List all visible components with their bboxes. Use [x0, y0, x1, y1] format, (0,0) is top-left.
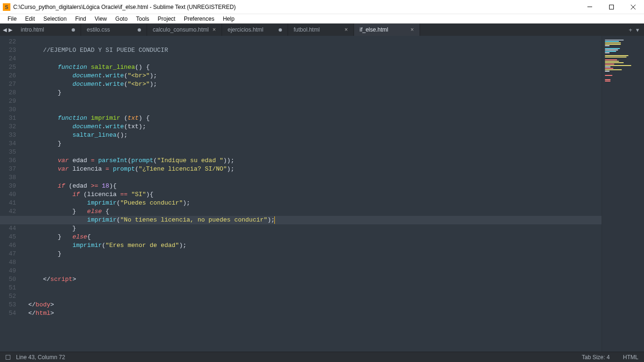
- code-line[interactable]: [23, 258, 602, 267]
- syntax-mode[interactable]: HTML: [623, 354, 638, 361]
- code-line[interactable]: [23, 148, 602, 156]
- tab-ejercicios-html[interactable]: ejercicios.html: [222, 24, 288, 36]
- close-tab-icon[interactable]: ×: [411, 26, 414, 33]
- code-line[interactable]: imprimir("Puedes conducir");: [23, 199, 602, 207]
- close-tab-icon[interactable]: ×: [213, 26, 216, 33]
- code-line[interactable]: [23, 97, 602, 106]
- code-line[interactable]: </html>: [23, 309, 602, 318]
- tab-label: if_else.html: [360, 26, 407, 33]
- code-line[interactable]: }: [23, 89, 602, 97]
- menu-file[interactable]: File: [4, 15, 20, 23]
- menu-help[interactable]: Help: [219, 15, 239, 23]
- panel-switcher-icon[interactable]: [6, 355, 10, 360]
- tab-calculo_consumo-html[interactable]: calculo_consumo.html×: [147, 24, 222, 36]
- code-line[interactable]: saltar_linea();: [23, 131, 602, 140]
- tabbar: ◀ ▶ intro.htmlestilo.csscalculo_consumo.…: [0, 24, 644, 36]
- dirty-indicator-icon: [138, 28, 141, 32]
- window-title: C:\Curso_python_digitalers\Lógica Oracle…: [13, 4, 579, 10]
- tab-label: calculo_consumo.html: [153, 26, 209, 33]
- code-line[interactable]: document.write("<br>");: [23, 72, 602, 80]
- code-line[interactable]: if (licencia == "SI"){: [23, 190, 602, 199]
- titlebar: S C:\Curso_python_digitalers\Lógica Orac…: [0, 0, 644, 14]
- menu-selection[interactable]: Selection: [40, 15, 70, 23]
- code-line[interactable]: }: [23, 140, 602, 148]
- code-line[interactable]: imprimir("No tienes licencia, no puedes …: [23, 216, 602, 224]
- close-tab-icon[interactable]: ×: [345, 26, 348, 33]
- tab-label: futbol.html: [294, 26, 341, 33]
- code-line[interactable]: var edad = parseInt(prompt("Indique su e…: [23, 156, 602, 165]
- maximize-button[interactable]: [601, 0, 622, 14]
- tab-intro-html[interactable]: intro.html: [15, 24, 81, 36]
- cursor-position[interactable]: Line 43, Column 72: [16, 354, 65, 361]
- code-line[interactable]: //EJEMPLO EDAD Y SI PUEDE CONDUCIR: [23, 46, 602, 55]
- code-line[interactable]: document.write("<br>");: [23, 80, 602, 89]
- menu-project[interactable]: Project: [154, 15, 179, 23]
- tab-futbol-html[interactable]: futbol.html×: [288, 24, 354, 36]
- menu-find[interactable]: Find: [71, 15, 90, 23]
- tab-size[interactable]: Tab Size: 4: [582, 354, 610, 361]
- code-line[interactable]: var licencia = prompt("¿Tiene licencia? …: [23, 165, 602, 173]
- minimap[interactable]: [602, 36, 644, 352]
- menu-view[interactable]: View: [91, 15, 111, 23]
- tab-estilo-css[interactable]: estilo.css: [81, 24, 147, 36]
- code-line[interactable]: </body>: [23, 301, 602, 309]
- code-line[interactable]: [23, 267, 602, 275]
- code-line[interactable]: [23, 55, 602, 63]
- nav-forward-icon[interactable]: ▶: [8, 27, 12, 33]
- code-line[interactable]: } else {: [23, 207, 602, 216]
- code-line[interactable]: } else{: [23, 233, 602, 241]
- new-tab-button[interactable]: +: [628, 26, 632, 33]
- dirty-indicator-icon: [72, 28, 75, 32]
- code-line[interactable]: [23, 106, 602, 114]
- dirty-indicator-icon: [279, 28, 282, 32]
- editor-area[interactable]: 2223242526272829303132333435363738394041…: [0, 36, 644, 352]
- code-line[interactable]: [23, 292, 602, 301]
- svg-rect-1: [610, 5, 614, 9]
- tab-label: estilo.css: [87, 26, 134, 33]
- tab-label: ejercicios.html: [228, 26, 275, 33]
- code-line[interactable]: function saltar_linea() {: [23, 63, 602, 72]
- menubar: FileEditSelectionFindViewGotoToolsProjec…: [0, 14, 644, 24]
- statusbar: Line 43, Column 72 Tab Size: 4 HTML: [0, 352, 644, 362]
- menu-tools[interactable]: Tools: [132, 15, 153, 23]
- menu-goto[interactable]: Goto: [112, 15, 132, 23]
- code-content[interactable]: //EJEMPLO EDAD Y SI PUEDE CONDUCIR funct…: [23, 36, 602, 352]
- code-line[interactable]: }: [23, 224, 602, 233]
- line-gutter: 2223242526272829303132333435363738394041…: [0, 36, 23, 352]
- code-line[interactable]: document.write(txt);: [23, 123, 602, 131]
- code-line[interactable]: [23, 38, 602, 46]
- code-line[interactable]: if (edad >= 18){: [23, 182, 602, 190]
- minimize-button[interactable]: [579, 0, 601, 14]
- code-line[interactable]: imprimir("Eres menor de edad");: [23, 241, 602, 250]
- close-button[interactable]: [622, 0, 644, 14]
- tab-nav-arrows[interactable]: ◀ ▶: [0, 24, 15, 36]
- code-line[interactable]: </script>: [23, 275, 602, 284]
- app-icon: S: [3, 3, 10, 11]
- code-line[interactable]: function imprimir (txt) {: [23, 114, 602, 123]
- code-line[interactable]: [23, 173, 602, 182]
- code-line[interactable]: }: [23, 250, 602, 258]
- menu-edit[interactable]: Edit: [21, 15, 39, 23]
- code-line[interactable]: [23, 284, 602, 292]
- text-cursor: [274, 216, 275, 224]
- tab-menu-button[interactable]: ▾: [636, 26, 639, 33]
- nav-back-icon[interactable]: ◀: [3, 27, 7, 33]
- tab-label: intro.html: [21, 26, 68, 33]
- tab-if_else-html[interactable]: if_else.html×: [354, 24, 420, 36]
- svg-rect-0: [587, 7, 592, 7]
- menu-preferences[interactable]: Preferences: [180, 15, 218, 23]
